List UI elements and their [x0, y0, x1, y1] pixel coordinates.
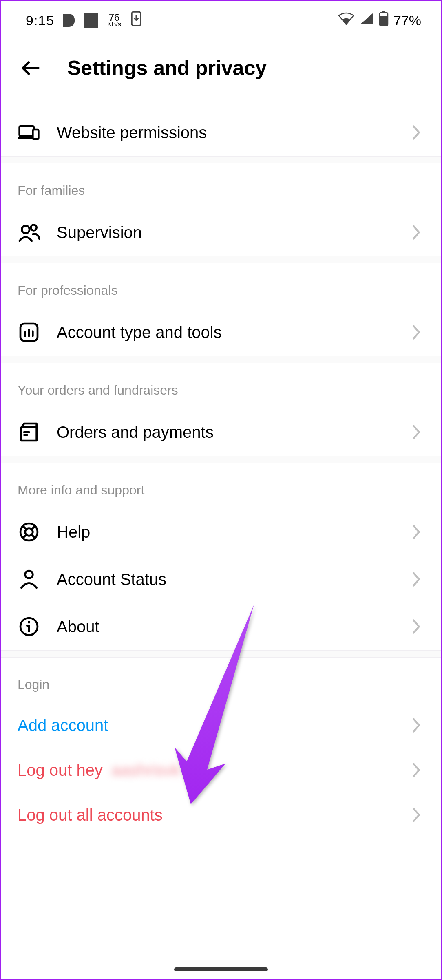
chevron-right-icon — [408, 806, 424, 824]
svg-point-13 — [28, 621, 30, 624]
row-log-out[interactable]: Log out hey aashrisvk — [1, 748, 441, 792]
svg-point-10 — [25, 528, 33, 536]
status-time: 9:15 — [26, 13, 54, 29]
section-orders: Your orders and fundraisers Orders and p… — [1, 363, 441, 456]
svg-rect-3 — [380, 16, 387, 25]
row-label: Orders and payments — [57, 423, 392, 441]
divider — [1, 156, 441, 163]
row-about[interactable]: About — [1, 603, 441, 650]
chevron-right-icon — [408, 223, 424, 241]
section-header-families: For families — [1, 163, 441, 209]
section-header-support: More info and support — [1, 463, 441, 508]
people-icon — [18, 221, 40, 244]
row-add-account[interactable]: Add account — [1, 703, 441, 748]
download-icon — [130, 11, 142, 29]
row-account-status[interactable]: Account Status — [1, 556, 441, 603]
row-label: Supervision — [57, 223, 392, 242]
section-header-professionals: For professionals — [1, 263, 441, 309]
battery-icon — [379, 11, 389, 30]
divider — [1, 456, 441, 463]
page-title: Settings and privacy — [67, 56, 267, 80]
chevron-right-icon — [408, 124, 424, 141]
row-label: Website permissions — [57, 124, 392, 142]
chevron-right-icon — [408, 323, 424, 341]
divider — [1, 256, 441, 263]
row-label: Add account — [18, 716, 408, 735]
network-speed-unit: KB/s — [107, 22, 121, 27]
svg-point-6 — [22, 226, 30, 234]
row-help[interactable]: Help — [1, 508, 441, 556]
app-header: Settings and privacy — [1, 40, 441, 109]
row-label: Account Status — [57, 570, 392, 589]
row-website-permissions[interactable]: Website permissions — [1, 109, 441, 156]
status-bar: 9:15 76 KB/s 77% — [1, 1, 441, 40]
network-speed-value: 76 — [109, 13, 120, 22]
svg-rect-4 — [20, 126, 34, 137]
status-left: 9:15 76 KB/s — [26, 11, 142, 29]
notification-icon — [63, 14, 75, 27]
chevron-right-icon — [408, 423, 424, 441]
section-header-orders: Your orders and fundraisers — [1, 363, 441, 408]
chevron-right-icon — [408, 523, 424, 541]
row-orders-payments[interactable]: Orders and payments — [1, 408, 441, 456]
logout-prefix: Log out hey — [18, 761, 103, 779]
row-label: About — [57, 618, 392, 636]
svg-point-11 — [25, 571, 33, 578]
logout-username-blurred: aashrisvk — [111, 761, 180, 779]
lifebuoy-icon — [18, 521, 40, 543]
back-button[interactable] — [18, 56, 43, 80]
divider — [1, 356, 441, 363]
home-indicator[interactable] — [174, 967, 268, 971]
row-supervision[interactable]: Supervision — [1, 209, 441, 256]
chevron-right-icon — [408, 618, 424, 636]
row-label: Log out all accounts — [18, 806, 408, 824]
wifi-icon — [338, 12, 354, 29]
svg-point-7 — [31, 225, 37, 230]
info-icon — [18, 615, 40, 638]
chart-box-icon — [18, 321, 40, 344]
chevron-right-icon — [408, 716, 424, 734]
cellular-icon — [359, 12, 374, 29]
section-top: Website permissions — [1, 109, 441, 156]
box-icon — [18, 421, 40, 444]
status-right: 77% — [338, 11, 421, 30]
row-log-out-all[interactable]: Log out all accounts — [1, 792, 441, 837]
row-label: Log out hey aashrisvk — [18, 761, 408, 779]
chevron-right-icon — [408, 761, 424, 779]
section-login: Login Add account Log out hey aashrisvk … — [1, 658, 441, 837]
divider — [1, 650, 441, 658]
network-speed-indicator: 76 KB/s — [107, 13, 121, 27]
section-professionals: For professionals Account type and tools — [1, 263, 441, 356]
chevron-right-icon — [408, 570, 424, 588]
section-support: More info and support Help Account Statu… — [1, 463, 441, 650]
devices-icon — [18, 121, 40, 144]
row-label: Help — [57, 523, 392, 541]
svg-rect-5 — [33, 130, 38, 139]
person-icon — [18, 568, 40, 591]
battery-percentage: 77% — [393, 13, 421, 29]
section-header-login: Login — [1, 658, 441, 703]
row-label: Account type and tools — [57, 323, 392, 342]
section-families: For families Supervision — [1, 163, 441, 256]
row-account-type-tools[interactable]: Account type and tools — [1, 309, 441, 356]
app-square-icon — [84, 13, 98, 28]
